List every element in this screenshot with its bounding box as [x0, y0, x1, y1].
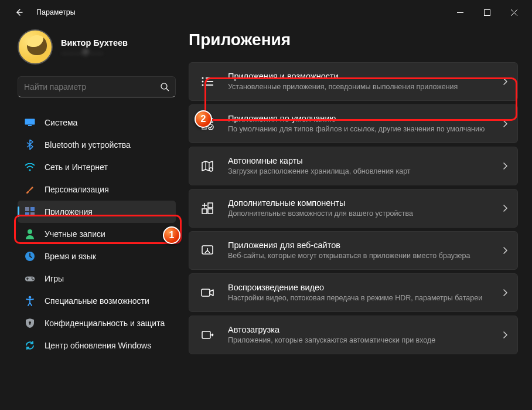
svg-point-18: [32, 279, 33, 280]
svg-rect-8: [28, 125, 32, 126]
sidebar-item-3[interactable]: Персонализация: [18, 178, 176, 201]
svg-point-19: [29, 296, 32, 299]
card-title: Приложения по умолчанию: [228, 114, 497, 123]
startup-icon: [200, 327, 215, 343]
close-button[interactable]: [500, 3, 527, 22]
clock-icon: [25, 251, 35, 262]
svg-rect-10: [25, 207, 29, 211]
sidebar-item-1[interactable]: Bluetooth и устройства: [18, 134, 176, 156]
profile-email: ………@……: [61, 48, 128, 56]
card-title: Автозагрузка: [228, 325, 497, 334]
web-app-icon: [200, 243, 215, 258]
display-icon: [25, 117, 35, 128]
svg-rect-42: [202, 331, 210, 338]
card-title: Воспроизведение видео: [228, 283, 497, 292]
sidebar-item-10[interactable]: Центр обновления Windows: [18, 334, 176, 357]
apps-icon: [25, 206, 35, 217]
settings-card-1[interactable]: Приложения по умолчаниюПо умолчанию для …: [189, 104, 518, 143]
sidebar-item-label: Система: [45, 118, 77, 127]
map-icon: [200, 158, 215, 174]
minimize-button[interactable]: [446, 3, 473, 22]
chevron-right-icon: [503, 120, 508, 128]
list-icon: [200, 74, 215, 89]
chevron-right-icon: [503, 246, 508, 255]
chevron-right-icon: [503, 204, 508, 212]
sidebar-item-label: Конфиденциальность и защита: [45, 318, 165, 328]
card-desc: Загрузки расположение хранилища, обновле…: [228, 167, 497, 176]
card-desc: Дополнительные возможности для вашего ус…: [228, 209, 497, 218]
sidebar-item-7[interactable]: Игры: [18, 267, 176, 290]
page-title: Приложения: [189, 31, 518, 49]
sidebar-item-label: Приложения: [45, 207, 93, 216]
svg-point-5: [161, 83, 167, 89]
search-icon: [160, 82, 169, 92]
profile-name: Виктор Бухтеев: [61, 38, 128, 48]
sidebar-item-label: Время и язык: [45, 252, 96, 261]
minimize-icon: [457, 9, 463, 16]
settings-card-0[interactable]: Приложения и возможностиУстановленные пр…: [189, 62, 518, 101]
sidebar-item-label: Учетные записи: [45, 229, 105, 239]
chevron-right-icon: [503, 77, 508, 86]
svg-rect-30: [202, 125, 206, 129]
svg-rect-2: [484, 9, 490, 15]
back-button[interactable]: [11, 4, 27, 21]
arrow-left-icon: [14, 8, 23, 17]
bluetooth-icon: [25, 140, 35, 150]
add-feature-icon: [200, 201, 215, 216]
card-desc: Настройки видео, потоковая передача в ре…: [228, 293, 497, 303]
sidebar-item-label: Игры: [45, 274, 64, 283]
svg-rect-37: [208, 209, 213, 214]
svg-rect-13: [30, 212, 35, 216]
card-desc: Установленные приложения, псевдонимы вып…: [228, 82, 497, 92]
sidebar-item-2[interactable]: Сеть и Интернет: [18, 156, 176, 178]
close-icon: [511, 9, 517, 16]
defaults-icon: [200, 116, 215, 131]
svg-line-6: [166, 89, 169, 91]
content-area: Приложения Приложения и возможностиУстан…: [182, 25, 532, 410]
svg-rect-28: [202, 118, 206, 123]
svg-point-22: [202, 77, 204, 79]
sidebar-item-9[interactable]: Конфиденциальность и защита: [18, 312, 176, 334]
svg-point-14: [28, 229, 32, 234]
card-desc: Приложения, которые запускаются автомати…: [228, 336, 497, 345]
svg-point-17: [32, 277, 33, 279]
sidebar-item-6[interactable]: Время и язык: [18, 245, 176, 267]
sidebar-item-label: Персонализация: [45, 185, 109, 194]
search-box[interactable]: [18, 76, 176, 97]
chevron-right-icon: [503, 331, 508, 339]
sidebar: Виктор Бухтеев ………@…… СистемаBluetooth и…: [0, 25, 182, 410]
settings-card-4[interactable]: Приложения для веб-сайтовВеб-сайты, кото…: [189, 231, 518, 270]
settings-card-3[interactable]: Дополнительные компонентыДополнительные …: [189, 189, 518, 228]
gamepad-icon: [25, 273, 35, 284]
sidebar-item-0[interactable]: Система: [18, 111, 176, 134]
sidebar-item-label: Bluetooth и устройства: [45, 140, 131, 150]
svg-rect-12: [25, 212, 29, 216]
accessibility-icon: [25, 296, 35, 306]
chevron-right-icon: [503, 289, 508, 297]
brush-icon: [25, 184, 35, 195]
update-icon: [25, 340, 35, 351]
profile-block[interactable]: Виктор Бухтеев ………@……: [18, 29, 176, 65]
sidebar-item-8[interactable]: Специальные возможности: [18, 290, 176, 312]
settings-card-6[interactable]: АвтозагрузкаПриложения, которые запускаю…: [189, 316, 518, 354]
maximize-icon: [484, 9, 490, 16]
svg-point-23: [202, 81, 204, 83]
svg-rect-35: [208, 203, 213, 208]
svg-rect-11: [30, 207, 35, 211]
maximize-button[interactable]: [473, 3, 500, 22]
sidebar-item-4[interactable]: Приложения: [18, 201, 176, 223]
svg-rect-7: [25, 119, 35, 125]
svg-rect-41: [202, 289, 210, 296]
card-title: Приложения для веб-сайтов: [228, 240, 497, 250]
settings-card-2[interactable]: Автономные картыЗагрузки расположение хр…: [189, 147, 518, 185]
sidebar-item-label: Сеть и Интернет: [45, 162, 108, 172]
svg-rect-36: [202, 209, 207, 214]
window-controls: [446, 3, 527, 22]
svg-rect-21: [29, 323, 30, 325]
search-input[interactable]: [24, 82, 160, 92]
sidebar-item-label: Центр обновления Windows: [45, 341, 151, 350]
sidebar-item-5[interactable]: Учетные записи: [18, 223, 176, 245]
shield-icon: [25, 318, 35, 328]
settings-card-5[interactable]: Воспроизведение видеоНастройки видео, по…: [189, 273, 518, 312]
chevron-right-icon: [503, 162, 508, 170]
